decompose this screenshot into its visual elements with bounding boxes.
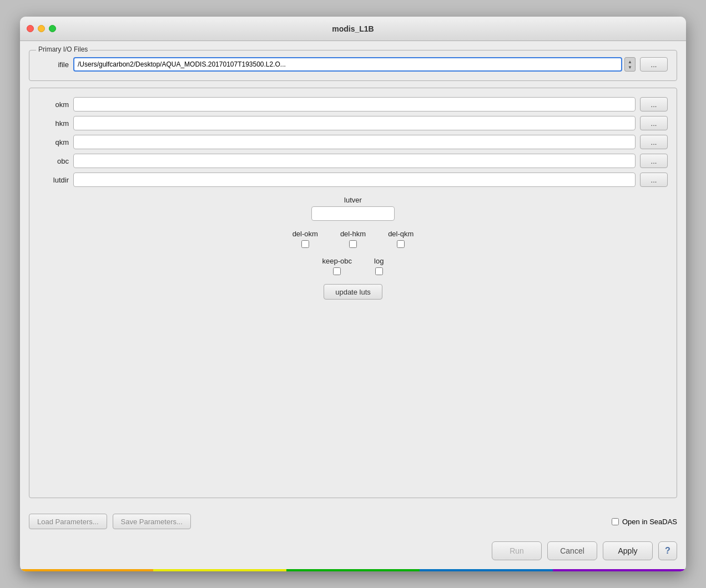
apply-button[interactable]: Apply (603, 541, 653, 560)
keep-obc-label: keep-obc (322, 257, 352, 265)
title-bar: modis_L1B (20, 17, 686, 41)
lutdir-input[interactable] (73, 173, 636, 187)
del-hkm-item: del-hkm (340, 230, 366, 248)
okm-row: okm ... (38, 97, 668, 111)
lutdir-browse-button[interactable]: ... (640, 173, 668, 187)
lutver-input[interactable] (311, 206, 395, 221)
keep-obc-item: keep-obc (322, 257, 352, 275)
obc-browse-button[interactable]: ... (640, 154, 668, 168)
lutdir-row: lutdir ... (38, 173, 668, 187)
del-qkm-checkbox[interactable] (397, 240, 405, 248)
open-seadas-checkbox[interactable] (612, 518, 619, 525)
del-qkm-item: del-qkm (388, 230, 413, 248)
open-seadas-container: Open in SeaDAS (612, 518, 677, 526)
okm-label: okm (38, 100, 69, 109)
primary-io-group: Primary I/O Files ifile ▲ ▼ ... (29, 50, 677, 81)
hkm-browse-button[interactable]: ... (640, 116, 668, 130)
ifile-row: ifile ▲ ▼ ... (38, 57, 668, 72)
del-qkm-label: del-qkm (388, 230, 413, 238)
log-label: log (374, 257, 384, 265)
open-seadas-label: Open in SeaDAS (622, 518, 677, 526)
load-params-button[interactable]: Load Parameters... (29, 514, 107, 529)
update-luts-button[interactable]: update luts (324, 284, 382, 300)
spinner-button[interactable]: ▲ ▼ (624, 57, 636, 72)
lutver-group: lutver (311, 196, 395, 221)
ifile-container: ▲ ▼ (73, 57, 636, 72)
main-window: modis_L1B Primary I/O Files ifile ▲ ▼ ..… (20, 17, 686, 571)
main-content: Primary I/O Files ifile ▲ ▼ ... okm (20, 41, 686, 507)
del-okm-checkbox[interactable] (301, 240, 309, 248)
file-fields: okm ... hkm ... qkm ... obc ... (38, 97, 668, 187)
group-title: Primary I/O Files (36, 45, 90, 53)
del-hkm-label: del-hkm (340, 230, 366, 238)
lutdir-label: lutdir (38, 176, 69, 184)
bottom-bar: Load Parameters... Save Parameters... Op… (20, 507, 686, 536)
del-hkm-checkbox[interactable] (349, 240, 357, 248)
obc-row: obc ... (38, 154, 668, 168)
ifile-input[interactable] (73, 57, 622, 72)
qkm-browse-button[interactable]: ... (640, 135, 668, 149)
del-okm-item: del-okm (293, 230, 318, 248)
action-row: Run Cancel Apply ? (20, 536, 686, 569)
checkboxes-row1: del-okm del-hkm del-qkm (293, 230, 414, 248)
log-checkbox[interactable] (375, 267, 383, 275)
maximize-button[interactable] (49, 25, 56, 32)
ifile-label: ifile (38, 60, 69, 69)
minimize-button[interactable] (38, 25, 45, 32)
hkm-row: hkm ... (38, 116, 668, 130)
okm-input[interactable] (73, 97, 636, 111)
save-params-button[interactable]: Save Parameters... (113, 514, 191, 529)
cancel-button[interactable]: Cancel (547, 541, 597, 560)
lutver-label: lutver (344, 196, 362, 204)
del-okm-label: del-okm (293, 230, 318, 238)
run-button[interactable]: Run (492, 541, 542, 560)
obc-label: obc (38, 157, 69, 165)
traffic-lights (27, 25, 56, 32)
log-item: log (374, 257, 384, 275)
close-button[interactable] (27, 25, 34, 32)
keep-obc-checkbox[interactable] (333, 267, 341, 275)
window-title: modis_L1B (332, 24, 374, 33)
obc-input[interactable] (73, 154, 636, 168)
help-button[interactable]: ? (658, 541, 677, 560)
checkboxes-row2: keep-obc log (322, 257, 384, 275)
center-section: lutver del-okm del-hkm del-qkm (38, 187, 668, 308)
bottom-divider (20, 569, 686, 571)
hkm-label: hkm (38, 119, 69, 128)
qkm-label: qkm (38, 138, 69, 146)
okm-browse-button[interactable]: ... (640, 97, 668, 111)
params-panel: okm ... hkm ... qkm ... obc ... (29, 88, 677, 498)
hkm-input[interactable] (73, 116, 636, 130)
qkm-input[interactable] (73, 135, 636, 149)
qkm-row: qkm ... (38, 135, 668, 149)
ifile-browse-button[interactable]: ... (640, 57, 668, 72)
bottom-left: Load Parameters... Save Parameters... (29, 514, 606, 529)
